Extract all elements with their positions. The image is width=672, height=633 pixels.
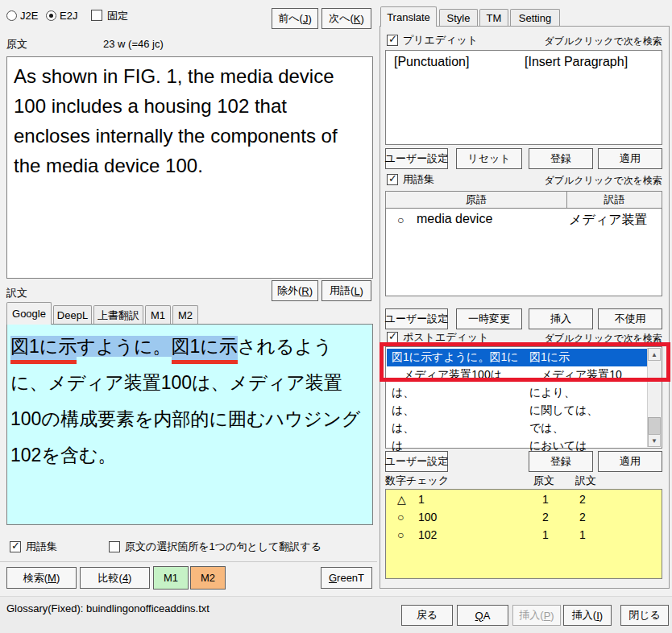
fixed-checkbox[interactable] — [91, 10, 102, 21]
glossary-list[interactable]: ○ media device メディア装置 — [385, 208, 662, 296]
glossary-panel-checkbox-label: 用語集 — [403, 173, 434, 186]
tab-overwrite-translation[interactable]: 上書翻訳 — [93, 305, 143, 325]
button-accesskey: P — [544, 610, 551, 622]
m1-button[interactable]: M1 — [153, 566, 189, 590]
number-check-tgt-count: 1 — [575, 528, 591, 541]
close-button[interactable]: 閉じる — [620, 605, 669, 626]
preedit-item[interactable]: [Punctuation] — [394, 55, 469, 69]
doubleclick-hint: ダブルクリックで次を検索 — [544, 35, 662, 48]
exclude-button[interactable]: 除外(R) — [272, 280, 318, 301]
button-label: ) — [550, 610, 554, 622]
preedit-checkbox-label: プリエディット — [403, 34, 478, 47]
glossary-temp-change-button[interactable]: 一時変更 — [456, 308, 522, 329]
glossary-row-source[interactable]: media device — [417, 212, 492, 226]
insert-p-button[interactable]: 挿入(P) — [512, 605, 561, 626]
m2-button[interactable]: M2 — [190, 566, 226, 590]
postedit-row-target[interactable]: に関しては、 — [529, 403, 598, 418]
button-label: 次へ( — [329, 11, 354, 26]
divider — [0, 561, 377, 562]
number-check-value[interactable]: 100 — [418, 511, 437, 523]
tab-google[interactable]: Google — [6, 302, 52, 325]
glossary-unuse-button[interactable]: 不使用 — [598, 308, 662, 329]
button-label: ) — [56, 572, 60, 584]
glossary-panel-checkbox[interactable] — [387, 174, 398, 185]
postedit-checkbox[interactable] — [387, 332, 398, 343]
prev-button[interactable]: 前へ(J) — [272, 8, 318, 29]
doubleclick-hint: ダブルクリックで次を検索 — [544, 174, 662, 188]
back-button[interactable]: 戻る — [401, 605, 453, 626]
number-check-mark: ○ — [397, 528, 404, 541]
fixed-checkbox-label: 固定 — [107, 10, 128, 23]
target-textarea[interactable]: 図1に示すように。図1に示されるように、メディア装置100は、メディア装置100… — [6, 324, 373, 525]
preedit-list[interactable]: [Punctuation] [Insert Paragraph] — [385, 50, 662, 145]
glossary-row-mark: ○ — [397, 213, 404, 226]
insert-i-button[interactable]: 挿入(I) — [563, 605, 612, 626]
translation-dialog: J2E E2J 固定 前へ(J) 次へ(K) 原文 23 w (=46 jc) … — [0, 0, 672, 633]
radio-e2j[interactable] — [46, 10, 56, 21]
preedit-apply-button[interactable]: 適用 — [598, 148, 662, 169]
button-accesskey: Q — [475, 610, 483, 622]
glossary-user-settings-button[interactable]: ユーザー設定 — [385, 308, 448, 329]
postedit-row-source[interactable]: は、 — [392, 403, 414, 418]
tab-tm[interactable]: TM — [479, 9, 508, 27]
target-segment-selected: すように。 — [77, 336, 171, 357]
button-label: 比較( — [98, 571, 122, 585]
tab-m2[interactable]: M2 — [172, 305, 198, 325]
button-label: 前へ( — [278, 11, 303, 26]
scroll-down-icon[interactable]: ▼ — [648, 434, 661, 447]
button-label: ) — [599, 610, 603, 622]
number-check-src-count: 1 — [537, 528, 554, 541]
search-button[interactable]: 検索(M) — [6, 567, 77, 589]
button-label: A — [483, 610, 491, 622]
postedit-row-source[interactable]: は、 — [392, 421, 414, 436]
radio-e2j-label: E2J — [60, 10, 77, 23]
preedit-register-button[interactable]: 登録 — [529, 148, 593, 169]
button-accesskey: 4 — [122, 572, 128, 584]
button-label: 用語( — [330, 283, 354, 298]
postedit-row-target[interactable]: では、 — [529, 421, 564, 436]
button-accesskey: R — [301, 285, 309, 297]
postedit-user-settings-button[interactable]: ユーザー設定 — [385, 451, 448, 472]
glossary-row-target[interactable]: メディア装置 — [569, 212, 648, 229]
number-check-tgt-count: 2 — [575, 511, 591, 523]
tab-style[interactable]: Style — [439, 9, 478, 27]
scrollbar-thumb[interactable] — [648, 417, 661, 436]
number-check-tgt-count: 2 — [575, 493, 591, 506]
preedit-user-settings-button[interactable]: ユーザー設定 — [385, 148, 448, 169]
glossary-header-source[interactable]: 原語 — [385, 191, 567, 209]
postedit-register-button[interactable]: 登録 — [529, 451, 593, 472]
postedit-row-target[interactable]: により、 — [529, 386, 575, 400]
target-label: 訳文 — [6, 287, 27, 300]
radio-j2e[interactable] — [6, 10, 17, 21]
button-label: 挿入( — [519, 608, 543, 623]
preedit-item[interactable]: [Insert Paragraph] — [525, 55, 628, 69]
compare-button[interactable]: 比較(4) — [80, 567, 150, 589]
next-button[interactable]: 次へ(K) — [321, 8, 371, 29]
qa-button[interactable]: QA — [457, 605, 508, 626]
tab-m1[interactable]: M1 — [145, 305, 171, 325]
button-label: ) — [308, 13, 311, 25]
number-check-value[interactable]: 1 — [418, 493, 425, 506]
tab-translate[interactable]: Translate — [380, 6, 437, 27]
tab-deepl[interactable]: DeepL — [53, 305, 92, 325]
number-check-value[interactable]: 102 — [418, 528, 437, 541]
term-button[interactable]: 用語(L) — [321, 280, 371, 301]
greent-button[interactable]: GreenT — [321, 567, 372, 589]
preedit-reset-button[interactable]: リセット — [456, 148, 522, 169]
glossary-checkbox[interactable] — [10, 541, 21, 552]
button-accesskey: M — [48, 572, 56, 584]
glossary-header-target[interactable]: 訳語 — [566, 191, 662, 209]
tab-setting[interactable]: Setting — [510, 9, 560, 27]
button-label: ) — [360, 13, 363, 25]
single-phrase-checkbox[interactable] — [109, 541, 120, 552]
source-label: 原文 — [6, 38, 27, 51]
postedit-row-source[interactable]: は、 — [392, 386, 414, 400]
glossary-insert-button[interactable]: 挿入 — [529, 308, 593, 329]
button-label: 挿入( — [572, 608, 596, 623]
source-textarea[interactable]: As shown in FIG. 1, the media device 100… — [6, 56, 373, 279]
preedit-checkbox[interactable] — [387, 35, 398, 46]
button-accesskey: G — [329, 572, 337, 584]
number-check-list[interactable]: △ 1 1 2 ○ 100 2 2 ○ 102 1 1 — [385, 489, 662, 579]
target-segment-underlined: 図1に示 — [10, 336, 77, 364]
postedit-apply-button[interactable]: 適用 — [598, 451, 662, 472]
